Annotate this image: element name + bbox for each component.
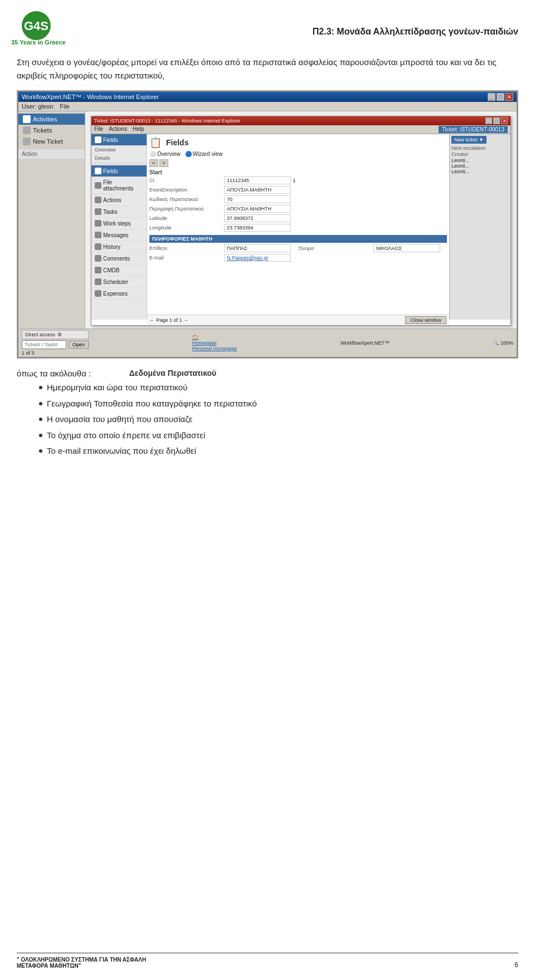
outer-browser-title: WorkflowXpert.NET™ - Windows Internet Ex… (22, 94, 159, 100)
inner-minimize-button[interactable]: _ (485, 117, 492, 124)
inner-right-panel: New ticket ▼ Next escalation Creator Leo… (449, 134, 510, 320)
list-item: Το e-mail επικοινωνίας που έχει δηλωθεί (39, 445, 518, 458)
inner-sidebar-messages[interactable]: Messages (91, 229, 147, 241)
footer-line1: " ΟΛΟΚΛΗΡΩΜΕΝΟ ΣΥΣΤΗΜΑ ΓΙΑ ΤΗΝ ΑΣΦΑΛΗ (17, 957, 146, 963)
outer-bottom-left: Direct access ⚙ Open 1 of 3 (22, 330, 89, 356)
new-ticket-button[interactable]: New ticket ▼ (451, 136, 487, 144)
tab-overview-radio: ⚪ (149, 151, 156, 157)
inner-sidebar-cmdb[interactable]: CMDB (91, 264, 147, 276)
inner-titlebar-buttons: _ □ ✕ (485, 117, 508, 124)
inner-maximize-button[interactable]: □ (493, 117, 500, 124)
open-button[interactable]: Open (69, 341, 89, 349)
inner-main: 📋 Fields ⚪ Overview 🔵 Wizard view (147, 134, 449, 320)
file-attach-icon (95, 182, 101, 189)
bullet-text-4: Το όχημα στο οποίο έπρεπε να επιβιβαστεί (47, 429, 205, 442)
pagination: 1 of 3 (22, 350, 89, 356)
bullet-dot-1 (39, 386, 42, 389)
footer-page-number: 6 (514, 961, 518, 969)
close-button[interactable]: ✕ (505, 93, 513, 101)
homepage-label: Homepage (192, 340, 237, 346)
form-section-start: Start (149, 169, 447, 175)
list-item: Γεωγραφική Τοποθεσία που καταγράφηκε το … (39, 398, 518, 410)
field-surname-label: Επίθετο (149, 246, 222, 251)
inner-sidebar-overview[interactable]: Overview (91, 146, 147, 154)
svg-text:G4S: G4S (24, 19, 48, 33)
tickets-label: Tickets (33, 127, 52, 134)
page-label: ← Page (150, 317, 169, 320)
inner-close-button[interactable]: ✕ (501, 117, 508, 124)
caption-prefix: όπως τα ακόλουθα : (17, 369, 100, 378)
inner-bottom-bar: ← Page 1 of 1 → Close window (147, 315, 449, 320)
page-footer: " ΟΛΟΚΛΗΡΩΜΕΝΟ ΣΥΣΤΗΜΑ ΓΙΑ ΤΗΝ ΑΣΦΑΛΗ ΜΕ… (17, 953, 518, 969)
maximize-button[interactable]: □ (497, 93, 504, 101)
field-lon-value: 23.7383394 (224, 224, 291, 232)
inner-menu-file[interactable]: File (94, 126, 103, 133)
sidebar-item-activities[interactable]: Activities (18, 114, 85, 125)
inner-titlebar: Ticket: iSTUDENT-00013 - 11112345 - Wind… (91, 116, 510, 125)
inner-sidebar-work-steps[interactable]: Work steps (91, 218, 147, 229)
outer-menu-user[interactable]: User: gleon (22, 103, 53, 110)
outer-sidebar: Activities Tickets New Ticket Action (18, 111, 85, 329)
field-desc: Περιγραφή Περιστατικού ΑΠΟΥΣΙΑ ΜΑΘΗΤΗ (149, 205, 447, 213)
direct-access-icon: ⚙ (57, 332, 62, 337)
footer-line2: ΜΕΤΑΦΟΡΑ ΜΑΘΗΤΩΝ" (17, 963, 146, 969)
fields-icon (95, 136, 101, 143)
creator-value-1: Leonti... (451, 158, 509, 163)
page-navigation: ← Page 1 of 1 → (150, 317, 188, 320)
logo-tagline: 35 Years in Greece (11, 39, 66, 46)
outer-browser: WorkflowXpert.NET™ - Windows Internet Ex… (17, 91, 518, 358)
inner-sidebar-scheduler[interactable]: Scheduler (91, 276, 147, 288)
ticket-input[interactable] (22, 340, 66, 349)
inner-sidebar-file-attach[interactable]: File attachments (91, 177, 147, 194)
field-lon-label: Longitude (149, 225, 222, 231)
field-code-value: 70 (224, 195, 291, 203)
minimize-button[interactable]: _ (488, 93, 495, 101)
inner-sidebar-history[interactable]: History (91, 241, 147, 253)
nav-prev[interactable]: < (149, 159, 158, 167)
field-name-label: Όνομα (299, 246, 371, 251)
sidebar-item-new-ticket[interactable]: New Ticket (18, 136, 85, 147)
inner-browser: Ticket: iSTUDENT-00013 - 11112345 - Wind… (91, 116, 511, 326)
inner-menu-actions[interactable]: Actions (109, 126, 127, 133)
inner-sidebar-fields[interactable]: Fields (91, 134, 147, 146)
field-lon: Longitude 23.7383394 (149, 224, 447, 232)
inner-sidebar-comments[interactable]: Comments (91, 253, 147, 264)
close-window-button[interactable]: Close window (405, 316, 446, 320)
field-desc-label: Περιγραφή Περιστατικού (149, 206, 222, 212)
zoom-level: 🔍 100% (493, 340, 513, 346)
sidebar-item-tickets[interactable]: Tickets (18, 125, 85, 136)
student-info-section: ΠΛΗΡΟΦΟΡΙΕΣ ΜΑΘΗΤΗ (149, 235, 447, 243)
tab-overview[interactable]: Overview (157, 151, 181, 157)
field-event-desc: EventDescription ΑΠΟΥΣΙΑ ΜΑΘΗΤΗ (149, 186, 447, 194)
status-bar-text: WorkflowXpert.NET™ (341, 340, 390, 346)
fields-title: Fields (166, 138, 188, 147)
action-label: Action (18, 149, 85, 159)
inner-sidebar-actions[interactable]: Actions (91, 194, 147, 206)
activities-label: Activities (33, 116, 57, 122)
creator-value-3: Leonti... (451, 169, 509, 174)
nav-next[interactable]: > (159, 159, 168, 167)
inner-menu-help[interactable]: Help (133, 126, 144, 133)
tab-wizard[interactable]: Wizard view (193, 151, 223, 157)
outer-menubar: User: gleon File (18, 102, 517, 111)
inner-sidebar-details[interactable]: Details (91, 154, 147, 163)
inner-sidebar-fields-2[interactable]: Fields (91, 165, 147, 177)
new-ticket-icon (23, 138, 31, 145)
inner-sidebar-tasks[interactable]: Tasks (91, 206, 147, 218)
field-ci: CI 11112345 ℹ (149, 177, 447, 184)
caption-label: Δεδομένα Περιστατικού (111, 369, 234, 378)
tickets-icon (23, 126, 31, 134)
field-lat-value: 37.9908372 (224, 214, 291, 222)
homepage-area[interactable]: 🏠 Homepage Personal homepage (192, 335, 237, 351)
outer-titlebar: WorkflowXpert.NET™ - Windows Internet Ex… (18, 92, 517, 102)
field-lat: Latitude 37.9908372 (149, 214, 447, 222)
bullet-dot-3 (39, 418, 42, 421)
next-escalation-label: Next escalation (451, 145, 509, 151)
field-email-value[interactable]: N.Pappas@pao.gr (224, 254, 291, 262)
outer-menu-file[interactable]: File (60, 103, 70, 110)
list-item: Ημερομηνία και ώρα του περιστατικού (39, 381, 518, 394)
direct-access-area: Direct access ⚙ (22, 330, 89, 339)
field-ci-label: CI (149, 178, 222, 183)
direct-access-label: Direct access (25, 332, 55, 337)
inner-sidebar-expenses[interactable]: Expenses (91, 288, 147, 300)
